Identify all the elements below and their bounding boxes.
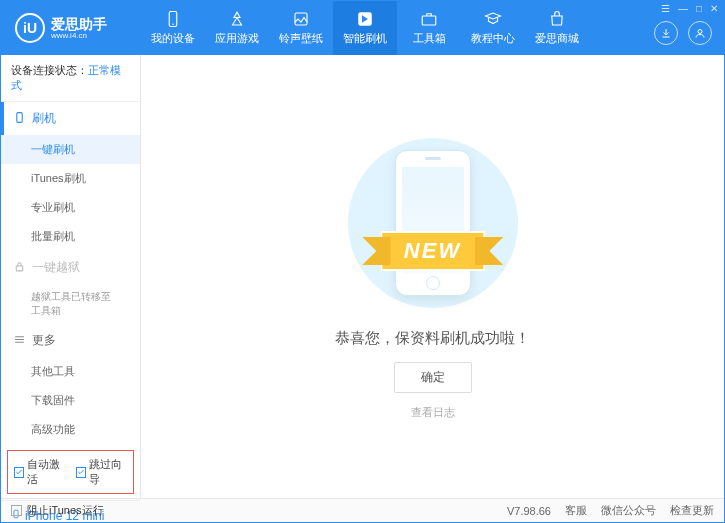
nav-my-device[interactable]: 我的设备 (141, 1, 205, 55)
version-label: V7.98.66 (507, 505, 551, 517)
tutorial-icon (483, 10, 503, 28)
sidebar-head-more[interactable]: 更多 (1, 324, 140, 357)
nav-ring-wallpaper[interactable]: 铃声壁纸 (269, 1, 333, 55)
view-log-link[interactable]: 查看日志 (411, 405, 455, 420)
sidebar-group-more: 更多 其他工具 下载固件 高级功能 (1, 324, 140, 444)
new-ribbon: NEW (380, 231, 485, 271)
app-header: ☰ — □ ✕ iU 爱思助手 www.i4.cn 我的设备 应用游戏 铃声壁纸… (1, 1, 724, 55)
sidebar-group-flash: 刷机 一键刷机 iTunes刷机 专业刷机 批量刷机 (1, 102, 140, 251)
close-icon[interactable]: ✕ (710, 3, 718, 14)
nav-toolbox[interactable]: 工具箱 (397, 1, 461, 55)
checkbox-label: 自动激活 (27, 457, 66, 487)
sidebar-item-advanced[interactable]: 高级功能 (1, 415, 140, 444)
nav-label: 教程中心 (471, 31, 515, 46)
success-illustration: NEW (303, 133, 563, 313)
sidebar-head-label: 一键越狱 (32, 259, 80, 276)
toolbox-icon (419, 10, 439, 28)
sidebar-item-other-tools[interactable]: 其他工具 (1, 357, 140, 386)
flash-options: 自动激活 跳过向导 (7, 450, 134, 494)
ribbon-text: NEW (380, 231, 485, 271)
phone-icon (13, 111, 26, 127)
status-label: 设备连接状态： (11, 64, 88, 76)
download-button[interactable] (654, 21, 678, 45)
phone-illustration-icon (395, 150, 471, 296)
nav-store[interactable]: 爱思商城 (525, 1, 589, 55)
maximize-icon[interactable]: □ (696, 3, 702, 14)
nav-label: 工具箱 (413, 31, 446, 46)
nav-label: 我的设备 (151, 31, 195, 46)
checkbox-auto-activate[interactable]: 自动激活 (14, 457, 66, 487)
check-icon (14, 467, 24, 478)
wechat-link[interactable]: 微信公众号 (601, 503, 656, 518)
lock-icon (13, 260, 26, 276)
window-controls: ☰ — □ ✕ (661, 3, 718, 14)
nav-tutorials[interactable]: 教程中心 (461, 1, 525, 55)
checkbox-block-itunes[interactable]: 阻止iTunes运行 (11, 503, 104, 518)
app-title: 爱思助手 (51, 17, 107, 31)
svg-rect-4 (422, 16, 436, 25)
sidebar-item-pro-flash[interactable]: 专业刷机 (1, 193, 140, 222)
sidebar-group-jailbreak: 一键越狱 越狱工具已转移至 工具箱 (1, 251, 140, 324)
apps-icon (227, 10, 247, 28)
sidebar-item-batch-flash[interactable]: 批量刷机 (1, 222, 140, 251)
logo[interactable]: iU 爱思助手 www.i4.cn (1, 13, 141, 43)
check-update-link[interactable]: 检查更新 (670, 503, 714, 518)
checkbox-icon (11, 505, 22, 516)
svg-point-5 (698, 30, 702, 34)
confirm-button[interactable]: 确定 (394, 362, 472, 393)
nav-label: 应用游戏 (215, 31, 259, 46)
wallpaper-icon (291, 10, 311, 28)
success-message: 恭喜您，保资料刷机成功啦！ (335, 329, 530, 348)
svg-point-1 (172, 24, 174, 26)
checkbox-label: 跳过向导 (89, 457, 128, 487)
customer-service-link[interactable]: 客服 (565, 503, 587, 518)
jailbreak-note: 越狱工具已转移至 工具箱 (1, 284, 140, 324)
svg-rect-6 (17, 112, 22, 122)
device-icon (163, 10, 183, 28)
sidebar-head-label: 更多 (32, 332, 56, 349)
checkbox-skip-guide[interactable]: 跳过向导 (76, 457, 128, 487)
nav-smart-flash[interactable]: 智能刷机 (333, 1, 397, 55)
nav-label: 智能刷机 (343, 31, 387, 46)
user-button[interactable] (688, 21, 712, 45)
header-right (654, 21, 712, 45)
menu-lines-icon (13, 333, 26, 349)
connection-status: 设备连接状态：正常模式 (1, 55, 140, 102)
nav-apps-games[interactable]: 应用游戏 (205, 1, 269, 55)
sidebar-item-oneclick-flash[interactable]: 一键刷机 (1, 135, 140, 164)
sidebar-head-jailbreak[interactable]: 一键越狱 (1, 251, 140, 284)
sidebar-item-download-fw[interactable]: 下载固件 (1, 386, 140, 415)
sidebar-item-itunes-flash[interactable]: iTunes刷机 (1, 164, 140, 193)
sidebar-head-flash[interactable]: 刷机 (1, 102, 140, 135)
top-nav: 我的设备 应用游戏 铃声壁纸 智能刷机 工具箱 教程中心 爱思商城 (141, 1, 724, 55)
menu-icon[interactable]: ☰ (661, 3, 670, 14)
check-icon (76, 467, 86, 478)
minimize-icon[interactable]: — (678, 3, 688, 14)
svg-rect-7 (16, 265, 23, 270)
checkbox-label: 阻止iTunes运行 (27, 503, 104, 518)
flash-icon (355, 10, 375, 28)
sidebar: 设备连接状态：正常模式 刷机 一键刷机 iTunes刷机 专业刷机 批量刷机 一… (1, 55, 141, 498)
nav-label: 铃声壁纸 (279, 31, 323, 46)
store-icon (547, 10, 567, 28)
main-content: NEW 恭喜您，保资料刷机成功啦！ 确定 查看日志 (141, 55, 724, 498)
nav-label: 爱思商城 (535, 31, 579, 46)
sidebar-head-label: 刷机 (32, 110, 56, 127)
logo-icon: iU (15, 13, 45, 43)
app-url: www.i4.cn (51, 31, 107, 40)
